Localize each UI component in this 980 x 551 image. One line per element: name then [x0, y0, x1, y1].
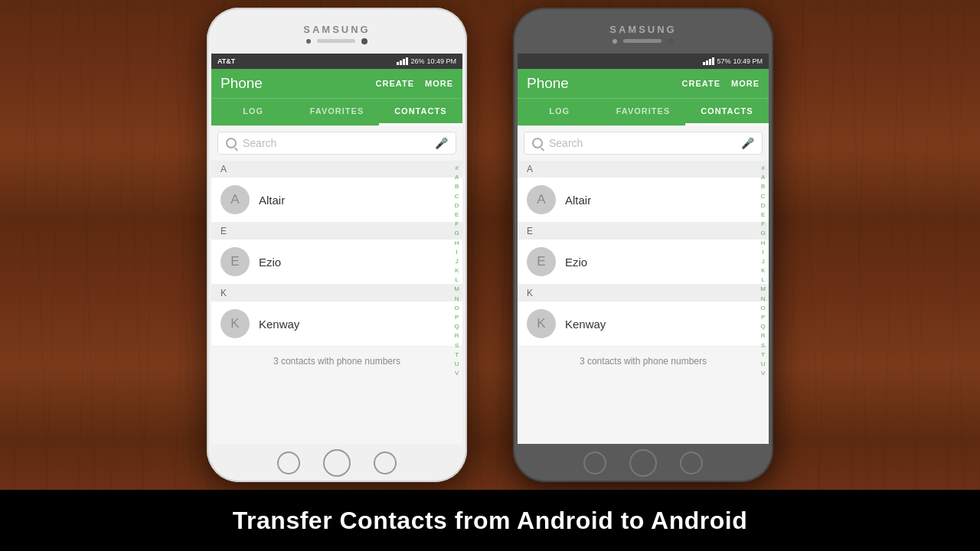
contact-name-ezio-left: Ezio: [259, 256, 281, 269]
alpha-f-left[interactable]: F: [454, 220, 459, 228]
alpha-d-left[interactable]: D: [454, 201, 459, 210]
alpha-a-right[interactable]: A: [760, 173, 766, 181]
phone-right-create-btn[interactable]: CREATE: [682, 79, 720, 88]
tab-left-log[interactable]: LOG: [211, 99, 295, 126]
alpha-n-right[interactable]: N: [760, 295, 766, 303]
alpha-e-right[interactable]: E: [760, 210, 766, 219]
phone-right-battery: 57%: [717, 57, 730, 65]
tab-right-contacts[interactable]: CONTACTS: [685, 99, 769, 126]
alpha-j-right[interactable]: J: [760, 257, 766, 266]
phone-left-app-header: Phone CREATE MORE: [211, 69, 462, 98]
alpha-c-left[interactable]: C: [454, 192, 459, 201]
alpha-h-right[interactable]: H: [760, 239, 766, 247]
alpha-u-right[interactable]: U: [760, 360, 766, 368]
phone-left-status-bar: AT&T 26% 10:49 PM: [211, 54, 462, 69]
section-header-k-left: K: [211, 285, 462, 302]
phone-left-header-actions: CREATE MORE: [376, 79, 453, 88]
alpha-j-left[interactable]: J: [454, 257, 459, 266]
alpha-g-right[interactable]: G: [760, 229, 766, 237]
alpha-s-left[interactable]: S: [454, 341, 459, 350]
tab-left-contacts[interactable]: CONTACTS: [379, 99, 462, 126]
alpha-v-left[interactable]: V: [454, 369, 459, 377]
alpha-c-right[interactable]: C: [760, 192, 766, 201]
contact-ezio-right[interactable]: E Ezio: [518, 240, 769, 285]
contact-kenway-left[interactable]: K Kenway: [211, 302, 462, 347]
contact-ezio-left[interactable]: E Ezio: [211, 240, 462, 285]
avatar-altair-right: A: [527, 185, 556, 214]
home-btn-right[interactable]: [629, 449, 657, 477]
alpha-v-right[interactable]: V: [760, 369, 766, 377]
sensor-left-1: [306, 39, 311, 44]
alpha-b-left[interactable]: B: [454, 182, 459, 191]
alpha-r-left[interactable]: R: [454, 331, 459, 340]
alpha-l-left[interactable]: L: [454, 276, 459, 284]
phone-left: SAMSUNG AT&T 26% 10:49: [207, 8, 467, 482]
alpha-n-left[interactable]: N: [454, 295, 459, 303]
alpha-b-right[interactable]: B: [760, 182, 766, 191]
alpha-hash-right[interactable]: #: [760, 164, 766, 172]
phone-left-more-btn[interactable]: MORE: [425, 79, 453, 88]
alpha-u-left[interactable]: U: [454, 360, 459, 368]
alpha-f-right[interactable]: F: [760, 220, 766, 228]
phone-right: SAMSUNG 57% 10:49 PM: [513, 8, 773, 482]
contact-name-altair-left: Altair: [259, 194, 285, 207]
section-header-e-right: E: [518, 223, 769, 240]
phone-right-header-actions: CREATE MORE: [682, 79, 760, 88]
alpha-m-left[interactable]: M: [454, 285, 459, 293]
alpha-o-right[interactable]: O: [760, 304, 766, 312]
alpha-a-left[interactable]: A: [454, 173, 459, 181]
tab-right-log[interactable]: LOG: [518, 99, 601, 126]
phone-right-more-btn[interactable]: MORE: [731, 79, 760, 88]
camera-left: [361, 38, 368, 44]
alpha-t-right[interactable]: T: [760, 350, 766, 359]
alpha-e-left[interactable]: E: [454, 210, 459, 219]
recent-btn-left[interactable]: [374, 452, 397, 474]
signal-bar-r2: [706, 60, 708, 65]
contact-name-kenway-right: Kenway: [565, 318, 606, 331]
alpha-k-right[interactable]: K: [760, 266, 766, 275]
home-btn-left[interactable]: [323, 449, 351, 477]
tab-left-favorites[interactable]: FAVORITES: [295, 99, 378, 126]
alpha-k-left[interactable]: K: [454, 266, 459, 275]
alpha-i-left[interactable]: I: [454, 248, 459, 256]
alpha-hash-left[interactable]: #: [454, 164, 459, 172]
phone-left-time: 10:49 PM: [426, 57, 456, 65]
back-btn-left[interactable]: [277, 452, 300, 474]
section-header-k-right: K: [518, 285, 769, 302]
mic-icon-left[interactable]: 🎤: [435, 137, 448, 149]
section-header-a-right: A: [518, 161, 769, 178]
phone-left-carrier: AT&T: [217, 57, 235, 65]
phone-right-brand: SAMSUNG: [609, 24, 676, 35]
alpha-p-right[interactable]: P: [760, 313, 766, 321]
bottom-bar-title: Transfer Contacts from Android to Androi…: [233, 507, 747, 535]
alpha-s-right[interactable]: S: [760, 341, 766, 350]
contact-kenway-right[interactable]: K Kenway: [518, 302, 769, 347]
alpha-l-right[interactable]: L: [760, 276, 766, 284]
alpha-d-right[interactable]: D: [760, 201, 766, 210]
recent-btn-right[interactable]: [680, 452, 703, 474]
avatar-ezio-left: E: [220, 247, 250, 276]
alpha-r-right[interactable]: R: [760, 331, 766, 340]
phone-right-search-bar[interactable]: Search 🎤: [524, 132, 763, 155]
mic-icon-right[interactable]: 🎤: [741, 137, 754, 149]
avatar-kenway-right: K: [527, 309, 556, 338]
alpha-t-left[interactable]: T: [454, 350, 459, 359]
tab-right-favorites[interactable]: FAVORITES: [601, 99, 684, 126]
back-btn-right[interactable]: [583, 452, 606, 474]
contact-altair-right[interactable]: A Altair: [518, 178, 769, 223]
alpha-g-left[interactable]: G: [454, 229, 459, 237]
signal-bar-2: [400, 60, 402, 65]
phone-left-create-btn[interactable]: CREATE: [376, 79, 414, 88]
alpha-o-left[interactable]: O: [454, 304, 459, 312]
alpha-i-right[interactable]: I: [760, 248, 766, 256]
phone-left-search-bar[interactable]: Search 🎤: [217, 132, 456, 155]
contact-altair-left[interactable]: A Altair: [211, 178, 462, 223]
phone-left-contacts-list: A A Altair E E Ezio K K Kenway 3 contact…: [211, 161, 462, 444]
avatar-kenway-left: K: [220, 309, 250, 338]
alpha-q-right[interactable]: Q: [760, 322, 766, 331]
alpha-m-right[interactable]: M: [760, 285, 766, 293]
alpha-q-left[interactable]: Q: [454, 322, 459, 331]
alpha-p-left[interactable]: P: [454, 313, 459, 321]
alpha-h-left[interactable]: H: [454, 239, 459, 247]
signal-bar-1: [397, 62, 399, 65]
